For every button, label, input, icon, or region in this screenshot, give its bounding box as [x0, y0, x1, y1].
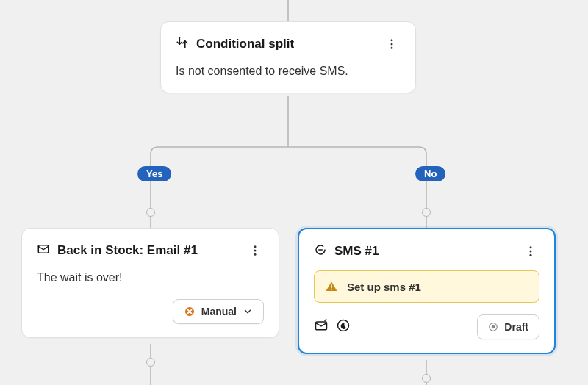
more-button[interactable] [522, 242, 539, 260]
quiet-hours-icon[interactable] [336, 318, 351, 336]
branch-no-badge: No [415, 166, 445, 181]
draft-status-label: Draft [504, 321, 528, 333]
conditional-split-description: Is not consented to receive SMS. [176, 63, 401, 79]
node-dot-right [422, 208, 431, 217]
draft-status-icon [488, 322, 498, 332]
svg-point-9 [530, 246, 532, 248]
manual-dropdown-button[interactable]: Manual [173, 299, 264, 324]
warning-icon [325, 280, 338, 293]
split-icon [176, 36, 189, 52]
branch-yes-badge: Yes [137, 166, 171, 181]
smart-send-icon[interactable] [314, 318, 329, 336]
draft-status-button[interactable]: Draft [477, 314, 539, 339]
more-vertical-icon [248, 244, 262, 257]
manual-label: Manual [201, 306, 237, 317]
svg-point-11 [530, 254, 532, 256]
svg-point-4 [254, 245, 257, 248]
node-dot-left-out [146, 358, 155, 367]
sms-settings-icons [314, 318, 351, 336]
sms-card-title: SMS #1 [334, 244, 514, 259]
more-button[interactable] [383, 35, 401, 53]
conditional-split-card[interactable]: Conditional split Is not consented to re… [160, 21, 416, 93]
email-icon [37, 242, 50, 259]
svg-point-5 [254, 250, 257, 252]
sms-icon [314, 243, 327, 259]
conditional-split-title: Conditional split [196, 37, 376, 51]
svg-point-13 [331, 289, 332, 290]
svg-point-1 [391, 43, 393, 46]
svg-point-2 [391, 47, 393, 49]
node-dot-left [146, 208, 155, 217]
email-card-title: Back in Stock: Email #1 [57, 243, 239, 258]
svg-point-17 [492, 325, 495, 329]
svg-point-0 [391, 39, 393, 41]
email-card[interactable]: Back in Stock: Email #1 The wait is over… [21, 228, 279, 338]
node-dot-right-out [422, 374, 431, 383]
manual-icon [184, 306, 196, 317]
chevron-down-icon [243, 306, 253, 317]
svg-point-6 [254, 253, 257, 256]
sms-alert-text: Set up sms #1 [347, 281, 421, 293]
sms-alert[interactable]: Set up sms #1 [314, 270, 539, 303]
sms-card[interactable]: SMS #1 Set up sms #1 [298, 228, 556, 354]
email-card-description: The wait is over! [37, 270, 264, 286]
more-vertical-icon [385, 37, 398, 51]
more-button[interactable] [246, 242, 264, 259]
more-vertical-icon [524, 245, 537, 258]
svg-point-10 [530, 251, 532, 253]
